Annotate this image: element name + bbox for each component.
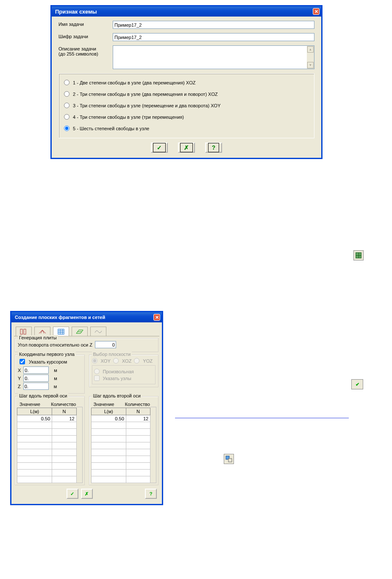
dialog-body: Имя задачи Шифр задачи Описание задачи (… <box>52 17 321 158</box>
coords-fieldset: Координаты первого узла Указать курсором… <box>15 355 85 394</box>
plane-xoy-label: XOY <box>101 358 111 364</box>
radio-dof-2[interactable]: 2 - Три степени свободы в узле (два пере… <box>64 91 309 97</box>
apply-button[interactable]: ✓ <box>67 489 78 499</box>
axis1-c1: Значение <box>19 402 51 407</box>
ok-button[interactable]: ✓ <box>151 143 168 153</box>
task-desc-textarea[interactable] <box>113 46 307 69</box>
axis1-n[interactable]: 12 <box>52 415 76 422</box>
task-code-input[interactable] <box>113 33 314 41</box>
axis1-table[interactable]: L(м)N 0.5012 <box>17 408 77 483</box>
svg-rect-1 <box>228 459 232 462</box>
axis1-h2: N <box>52 408 76 415</box>
cancel-icon: ✗ <box>184 144 189 151</box>
cursor-checkbox[interactable] <box>19 359 25 364</box>
axis2-c1: Значение <box>94 402 125 407</box>
radio-dof-1[interactable]: 1 - Две степени свободы в узле (два пере… <box>64 80 309 85</box>
axis2-legend: Шаг вдоль второй оси <box>92 393 142 398</box>
radio-dof-3[interactable]: 3 - Три степени свободы в узле (перемеще… <box>64 103 309 108</box>
mesh-toolbar-icon[interactable] <box>353 250 364 260</box>
tab-frame-icon[interactable] <box>16 327 32 336</box>
dialog-create-fragments: Создание плоских фрагментов и сетей ✕ Ге… <box>10 311 163 505</box>
titlebar-2: Создание плоских фрагментов и сетей ✕ <box>11 312 162 322</box>
tab-other-icon[interactable] <box>90 327 106 336</box>
axis2-c2: Количество <box>125 402 150 407</box>
plane-fieldset: Выбор плоскости XOY XOZ YOZ Произвольная… <box>89 355 159 387</box>
y-unit: м <box>54 376 57 381</box>
radio-dof-1-label: 1 - Две степени свободы в узле (два пере… <box>73 80 195 85</box>
tab-grid-icon[interactable] <box>53 327 69 336</box>
svg-rect-3 <box>24 329 26 334</box>
scrollbar[interactable]: ▲ ▼ <box>307 46 314 69</box>
task-code-label: Шифр задачи <box>58 33 113 39</box>
svg-rect-4 <box>58 329 64 334</box>
gen-fieldset: Генерация плиты Угол поворота относитель… <box>15 338 158 352</box>
x-unit: м <box>54 368 57 373</box>
y-input[interactable] <box>23 375 49 382</box>
plane-yoz <box>134 358 139 364</box>
axis2-n[interactable]: 12 <box>126 415 150 422</box>
scroll-down-icon[interactable]: ▼ <box>307 62 314 68</box>
axis2-scrollbar[interactable] <box>150 407 156 483</box>
task-name-label: Имя задачи <box>58 21 113 27</box>
cursor-checkbox-row[interactable]: Указать курсором <box>18 358 82 366</box>
dialog-scheme-attr: Признак схемы ✕ Имя задачи Шифр задачи О… <box>50 5 322 159</box>
angle-label: Угол поворота относительно оси Z <box>18 342 92 347</box>
z-label: Z <box>18 384 21 389</box>
axis2-table[interactable]: L(м)N 0.5012 <box>91 408 151 483</box>
task-desc-label: Описание задачи (до 255 символов) <box>58 45 113 56</box>
plane-xoz <box>113 358 119 364</box>
tab-truss-icon[interactable] <box>34 327 50 336</box>
axis2-h2: N <box>126 408 150 415</box>
cancel-button[interactable]: ✗ <box>178 143 195 153</box>
titlebar: Признак схемы ✕ <box>52 6 321 17</box>
radio-dof-3-input[interactable] <box>64 103 70 108</box>
tab-surface-icon[interactable] <box>72 327 88 336</box>
desc-line1: Описание задачи <box>58 46 96 51</box>
cancel-icon-2: ✗ <box>85 491 89 497</box>
gen-legend: Генерация плиты <box>18 335 58 340</box>
axis1-scrollbar[interactable] <box>77 407 83 483</box>
plane-nodes <box>94 375 100 381</box>
help-button-2[interactable]: ? <box>145 489 157 499</box>
scroll-up-icon[interactable]: ▲ <box>307 46 314 53</box>
radio-dof-1-input[interactable] <box>64 80 70 85</box>
help-icon: ? <box>212 144 216 151</box>
dialog2-title: Создание плоских фрагментов и сетей <box>15 315 105 320</box>
radio-dof-5-input[interactable] <box>64 126 70 131</box>
x-label: X <box>18 368 21 373</box>
z-unit: м <box>54 384 57 389</box>
help-button[interactable]: ? <box>205 143 222 153</box>
plane-xoy <box>92 358 97 364</box>
cursor-label: Указать курсором <box>29 359 67 364</box>
angle-input[interactable] <box>95 341 116 348</box>
axis1-h1: L(м) <box>17 408 52 415</box>
z-input[interactable] <box>23 383 49 390</box>
axis1-c2: Количество <box>51 402 76 407</box>
radio-dof-5-label: 5 - Шесть степеней свободы в узле <box>73 126 149 131</box>
dialog2-body: Генерация плиты Угол поворота относитель… <box>11 322 162 504</box>
y-label: Y <box>18 376 21 381</box>
radio-dof-4[interactable]: 4 - Три степени свободы в узле (три пере… <box>64 114 309 120</box>
cancel-button-2[interactable]: ✗ <box>81 489 93 499</box>
close-icon-2[interactable]: ✕ <box>153 314 160 321</box>
radio-dof-2-input[interactable] <box>64 91 70 97</box>
task-name-input[interactable] <box>113 21 314 29</box>
axis1-l[interactable]: 0.50 <box>17 415 52 422</box>
plane-nodes-label: Указать узлы <box>103 376 131 381</box>
radio-dof-3-label: 3 - Три степени свободы в узле (перемеще… <box>73 103 221 108</box>
dialog-title: Признак схемы <box>55 8 97 15</box>
x-input[interactable] <box>23 366 49 374</box>
axis1-fieldset: Шаг вдоль первой оси Значение Количество… <box>15 396 85 485</box>
properties-toolbar-icon[interactable] <box>224 454 234 464</box>
radio-dof-4-input[interactable] <box>64 114 70 120</box>
svg-rect-2 <box>20 329 22 334</box>
plane-arbitrary-label: Произвольная <box>103 369 134 374</box>
radio-dof-5[interactable]: 5 - Шесть степеней свободы в узле <box>64 126 309 131</box>
axis2-fieldset: Шаг вдоль второй оси Значение Количество… <box>89 396 159 485</box>
axis1-legend: Шаг вдоль первой оси <box>18 393 68 398</box>
close-icon[interactable]: ✕ <box>313 8 320 15</box>
axis2-l[interactable]: 0.50 <box>91 415 126 422</box>
apply-toolbar-icon[interactable]: ✔ <box>351 379 363 389</box>
radio-dof-2-label: 2 - Три степени свободы в узле (два пере… <box>73 92 218 97</box>
separator-line <box>175 418 349 418</box>
